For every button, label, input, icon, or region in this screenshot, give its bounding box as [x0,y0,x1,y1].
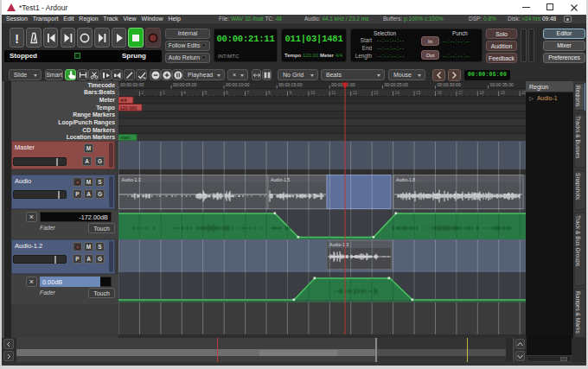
svg-text:8: 8 [268,91,271,95]
svg-text:18: 18 [479,91,484,95]
svg-text:start: start [121,135,131,140]
svg-text:14: 14 [395,91,400,95]
svg-text:00:00:10:00: 00:00:10:00 [226,82,250,87]
svg-text:!: ! [15,31,19,45]
svg-text:00:00:25:00: 00:00:25:00 [384,82,408,87]
svg-text:7: 7 [247,91,250,95]
svg-text:4: 4 [183,91,186,95]
svg-text:11: 11 [331,91,336,95]
svg-text:00:00:05:00: 00:00:05:00 [173,82,197,87]
svg-text:3: 3 [163,91,165,95]
svg-text:9: 9 [289,91,291,95]
svg-text:16: 16 [438,91,443,95]
svg-text:00:00:30:00: 00:00:30:00 [437,82,461,87]
svg-text:120.000: 120.000 [120,105,137,111]
svg-text:Audio-1.8: Audio-1.8 [396,177,415,182]
svg-text:10: 10 [310,91,316,95]
svg-text:2: 2 [141,91,144,95]
svg-text:00:00:00:00: 00:00:00:00 [120,82,144,87]
svg-text:6: 6 [226,91,228,95]
svg-text:00:00:35:00: 00:00:35:00 [490,82,514,87]
svg-text:17: 17 [458,91,463,95]
svg-text:15: 15 [416,91,421,95]
svg-text:13: 13 [374,91,379,95]
svg-text:Audio-1.3: Audio-1.3 [122,177,141,182]
svg-text:12: 12 [353,91,358,95]
svg-text:00:00:15:00: 00:00:15:00 [278,82,303,87]
svg-text:19: 19 [501,91,506,95]
svg-text:5: 5 [205,91,208,95]
svg-text:4/4: 4/4 [120,98,127,103]
svg-text:Audio-1.3: Audio-1.3 [329,242,348,247]
